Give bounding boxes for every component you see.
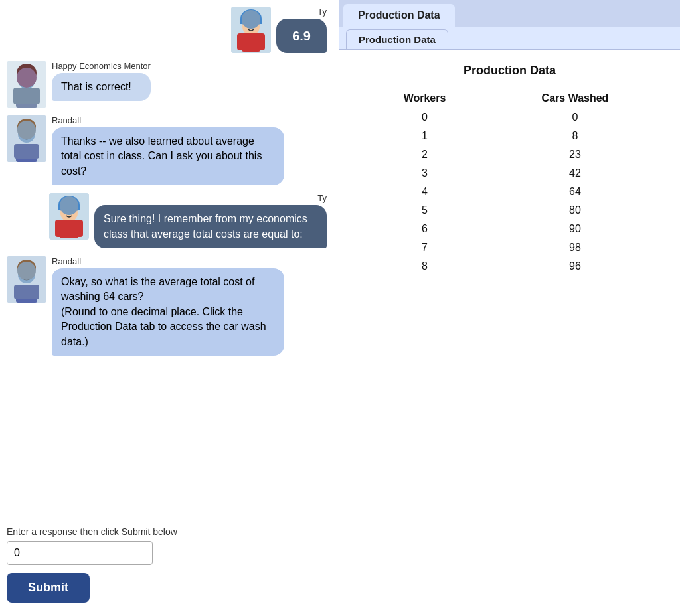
sender-name-ty1: Ty xyxy=(276,7,327,17)
svg-point-25 xyxy=(60,204,78,222)
svg-point-27 xyxy=(71,210,74,213)
svg-rect-37 xyxy=(16,287,37,303)
svg-point-17 xyxy=(17,119,36,135)
svg-rect-28 xyxy=(60,224,78,238)
cell-workers: 8 xyxy=(359,257,490,275)
svg-rect-30 xyxy=(73,224,77,232)
svg-rect-15 xyxy=(16,92,37,108)
cell-workers: 5 xyxy=(359,201,490,220)
svg-rect-2 xyxy=(240,19,262,24)
svg-rect-29 xyxy=(61,224,65,232)
svg-rect-8 xyxy=(255,37,259,45)
sender-name-randall2: Randall xyxy=(52,256,284,266)
cell-workers: 0 xyxy=(359,108,490,127)
svg-point-36 xyxy=(29,273,31,275)
svg-point-4 xyxy=(246,24,249,27)
chat-bubble-randall1: Thanks -- we also learned about average … xyxy=(52,127,284,185)
avatar-mentor xyxy=(7,61,46,108)
cell-workers: 7 xyxy=(359,238,490,257)
production-data-table: Workers Cars Washed 00182233424645806907… xyxy=(359,88,660,275)
message-row: Ty 6.9 xyxy=(7,7,332,53)
message-row-ty2: Ty Sure thing! I remember from my econom… xyxy=(7,193,332,248)
sender-name-mentor: Happy Economics Mentor xyxy=(52,61,151,71)
svg-point-11 xyxy=(17,64,37,82)
sender-name-randall1: Randall xyxy=(52,116,284,125)
svg-rect-10 xyxy=(7,61,46,108)
chat-bubble-mentor: That is correct! xyxy=(52,73,151,101)
table-row: 00 xyxy=(359,108,660,127)
outer-tab-bar: Production Data xyxy=(339,0,680,27)
table-row: 580 xyxy=(359,201,660,220)
response-input[interactable] xyxy=(7,541,153,565)
svg-rect-16 xyxy=(7,116,46,162)
data-section: Production Data Workers Cars Washed 0018… xyxy=(339,50,680,616)
bubble-wrapper-ty1: Ty 6.9 xyxy=(276,7,327,53)
svg-point-13 xyxy=(22,78,25,80)
cell-workers: 2 xyxy=(359,145,490,164)
cell-cars: 90 xyxy=(490,220,660,238)
svg-point-35 xyxy=(22,273,25,275)
chat-bubble-randall2: Okay, so what is the average total cost … xyxy=(52,268,284,356)
svg-rect-6 xyxy=(242,37,260,52)
right-panel: Production Data Production Data Producti… xyxy=(339,0,680,616)
svg-point-5 xyxy=(253,24,256,27)
col-header-workers: Workers xyxy=(359,88,490,108)
avatar-randall1 xyxy=(7,116,46,162)
svg-point-26 xyxy=(64,210,67,213)
svg-point-20 xyxy=(29,132,31,135)
input-section: Enter a response then click Submit below… xyxy=(7,520,332,609)
svg-point-34 xyxy=(18,266,35,283)
cell-workers: 1 xyxy=(359,127,490,145)
bubble-wrapper-mentor: Happy Economics Mentor That is correct! xyxy=(52,61,151,101)
avatar-ty1 xyxy=(231,7,271,53)
sender-name-ty2: Ty xyxy=(94,193,327,203)
chat-bubble-ty2: Sure thing! I remember from my economics… xyxy=(94,205,327,248)
data-table-title: Production Data xyxy=(359,64,660,78)
cell-workers: 6 xyxy=(359,220,490,238)
cell-cars: 80 xyxy=(490,201,660,220)
col-header-cars: Cars Washed xyxy=(490,88,660,108)
cell-cars: 8 xyxy=(490,127,660,145)
svg-point-19 xyxy=(22,132,25,135)
svg-rect-24 xyxy=(58,205,80,210)
avatar-ty2 xyxy=(49,193,89,240)
svg-rect-21 xyxy=(16,146,37,162)
cell-workers: 4 xyxy=(359,183,490,201)
svg-rect-32 xyxy=(7,256,46,303)
table-row: 798 xyxy=(359,238,660,257)
svg-rect-7 xyxy=(243,37,247,45)
cell-workers: 3 xyxy=(359,164,490,183)
cell-cars: 23 xyxy=(490,145,660,164)
table-row: 342 xyxy=(359,164,660,183)
chat-bubble-ty1: 6.9 xyxy=(276,19,327,53)
tab-production-data-inner[interactable]: Production Data xyxy=(346,29,448,49)
svg-rect-31 xyxy=(62,228,76,234)
bubble-wrapper-randall1: Randall Thanks -- we also learned about … xyxy=(52,116,284,185)
message-row-mentor: Happy Economics Mentor That is correct! xyxy=(7,61,332,108)
bubble-wrapper-ty2: Ty Sure thing! I remember from my econom… xyxy=(94,193,327,248)
chat-panel: Ty 6.9 xyxy=(0,0,339,616)
svg-rect-9 xyxy=(244,41,258,48)
cell-cars: 64 xyxy=(490,183,660,201)
message-row-randall2: Randall Okay, so what is the average tot… xyxy=(7,256,332,356)
table-row: 896 xyxy=(359,257,660,275)
svg-point-3 xyxy=(242,18,260,35)
cell-cars: 98 xyxy=(490,238,660,257)
svg-point-12 xyxy=(18,70,35,89)
tab-production-data-outer[interactable]: Production Data xyxy=(343,4,455,27)
cell-cars: 96 xyxy=(490,257,660,275)
cell-cars: 42 xyxy=(490,164,660,183)
svg-point-18 xyxy=(18,125,35,143)
table-row: 18 xyxy=(359,127,660,145)
table-row: 223 xyxy=(359,145,660,164)
message-row-randall1: Randall Thanks -- we also learned about … xyxy=(7,116,332,185)
input-label: Enter a response then click Submit below xyxy=(7,526,332,537)
cell-cars: 0 xyxy=(490,108,660,127)
submit-button[interactable]: Submit xyxy=(7,573,90,603)
inner-tab-bar: Production Data xyxy=(339,27,680,50)
bubble-wrapper-randall2: Randall Okay, so what is the average tot… xyxy=(52,256,284,356)
svg-point-14 xyxy=(29,78,31,80)
table-row: 464 xyxy=(359,183,660,201)
table-row: 690 xyxy=(359,220,660,238)
svg-point-33 xyxy=(17,260,36,275)
